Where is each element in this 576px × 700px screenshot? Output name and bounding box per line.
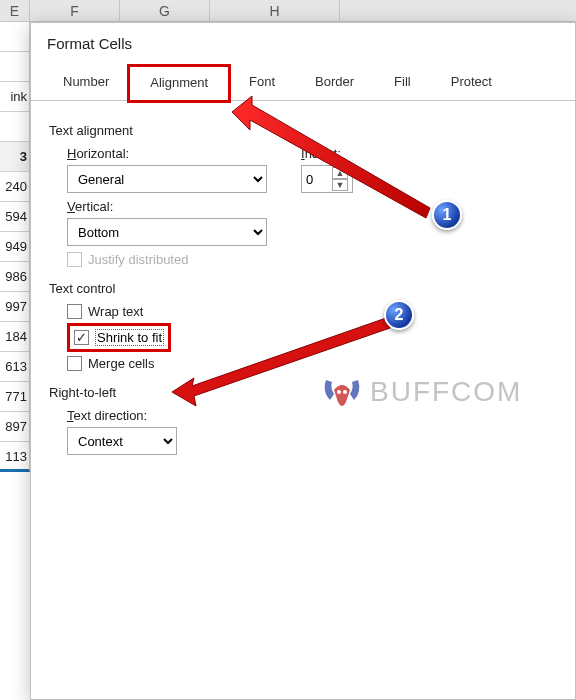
text-direction-label: Text direction:	[67, 408, 557, 423]
sheet-cell[interactable]: .	[0, 112, 30, 142]
vertical-select[interactable]: Bottom	[67, 218, 267, 246]
sheet-cell[interactable]: 240	[0, 172, 30, 202]
sheet-cell[interactable]: 113	[0, 442, 30, 472]
wrap-text-row[interactable]: Wrap text	[67, 304, 557, 319]
indent-label: Indent:	[301, 146, 353, 161]
tab-alignment[interactable]: Alignment	[129, 66, 229, 101]
tab-font[interactable]: Font	[229, 66, 295, 100]
indent-input[interactable]	[302, 167, 332, 191]
text-control-section: Text control	[49, 281, 557, 296]
justify-distributed-row: Justify distributed	[67, 252, 557, 267]
indent-spinner[interactable]: ▲ ▼	[301, 165, 353, 193]
sheet-cell[interactable]: 613	[0, 352, 30, 382]
sheet-cell[interactable]: .	[0, 22, 30, 52]
format-cells-dialog: Format Cells Number Alignment Font Borde…	[30, 22, 576, 700]
merge-cells-row[interactable]: Merge cells	[67, 356, 557, 371]
tab-number[interactable]: Number	[43, 66, 129, 100]
dialog-tabs: Number Alignment Font Border Fill Protec…	[31, 66, 575, 101]
col-header-e[interactable]: E	[0, 0, 30, 21]
col-header-h[interactable]: H	[210, 0, 340, 21]
indent-up-icon[interactable]: ▲	[332, 167, 348, 179]
tab-border[interactable]: Border	[295, 66, 374, 100]
col-header-f[interactable]: F	[30, 0, 120, 21]
dialog-title: Format Cells	[31, 23, 575, 66]
sheet-visible-strip: . . ink . 3 240 594 949 986 997 184 613 …	[0, 22, 30, 692]
sheet-cell[interactable]: 986	[0, 262, 30, 292]
shrink-to-fit-checkbox[interactable]	[74, 330, 89, 345]
sheet-cell[interactable]: 997	[0, 292, 30, 322]
sheet-cell[interactable]: 897	[0, 412, 30, 442]
sheet-cell[interactable]: 594	[0, 202, 30, 232]
indent-down-icon[interactable]: ▼	[332, 179, 348, 191]
vertical-label: Vertical:	[67, 199, 557, 214]
column-headers: E F G H	[0, 0, 576, 22]
sheet-cell-label[interactable]: ink	[0, 82, 30, 112]
text-alignment-section: Text alignment	[49, 123, 557, 138]
shrink-to-fit-label: Shrink to fit	[95, 329, 164, 346]
wrap-text-label: Wrap text	[88, 304, 143, 319]
tab-protection[interactable]: Protect	[431, 66, 512, 100]
wrap-text-checkbox[interactable]	[67, 304, 82, 319]
shrink-to-fit-highlight: Shrink to fit	[67, 323, 171, 352]
merge-cells-checkbox[interactable]	[67, 356, 82, 371]
justify-distributed-checkbox	[67, 252, 82, 267]
text-direction-select[interactable]: Context	[67, 427, 177, 455]
justify-distributed-label: Justify distributed	[88, 252, 188, 267]
sheet-cell[interactable]: 184	[0, 322, 30, 352]
sheet-cell[interactable]: 949	[0, 232, 30, 262]
rtl-section: Right-to-left	[49, 385, 557, 400]
col-header-g[interactable]: G	[120, 0, 210, 21]
sheet-cell[interactable]: 771	[0, 382, 30, 412]
sheet-header-cell[interactable]: 3	[0, 142, 30, 172]
horizontal-select[interactable]: General	[67, 165, 267, 193]
tab-fill[interactable]: Fill	[374, 66, 431, 100]
sheet-cell[interactable]: .	[0, 52, 30, 82]
merge-cells-label: Merge cells	[88, 356, 154, 371]
horizontal-label: HHorizontal:orizontal:	[67, 146, 267, 161]
